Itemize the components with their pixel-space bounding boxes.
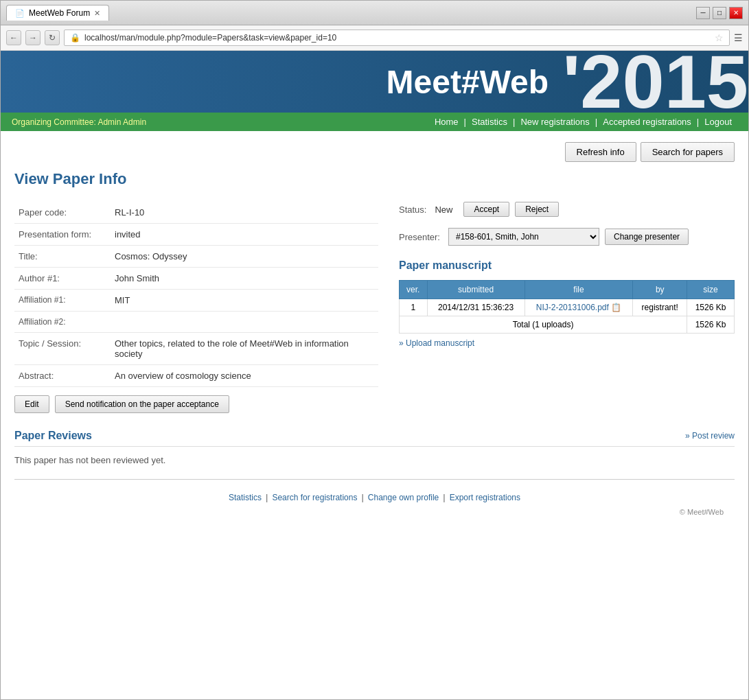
- nav-accepted-registrations[interactable]: Accepted registrations: [597, 117, 697, 127]
- address-bar: ← → ↻ 🔒 localhost/man/module.php?module=…: [1, 25, 748, 51]
- footer-export-registrations-link[interactable]: Export registrations: [446, 493, 525, 502]
- url-bar[interactable]: 🔒 localhost/man/module.php?module=Papers…: [64, 30, 730, 46]
- affiliation1-label: Affiliation #1:: [14, 290, 111, 312]
- col-file: file: [525, 281, 633, 299]
- total-label: Total (1 uploads): [400, 316, 687, 334]
- col-by: by: [633, 281, 687, 299]
- footer-change-profile-link[interactable]: Change own profile: [364, 493, 443, 502]
- affiliation1-value: MIT: [111, 290, 378, 312]
- nav-bar: Organizing Committee: Admin Admin Home |…: [1, 113, 748, 131]
- nav-links: Home | Statistics | New registrations | …: [429, 117, 737, 127]
- copyright: © Meet#Web: [14, 508, 735, 516]
- send-notification-button[interactable]: Send notification on the paper acceptanc…: [55, 395, 229, 413]
- affiliation1-row: Affiliation #1: MIT: [14, 290, 378, 312]
- footer-divider: [14, 479, 735, 480]
- col-ver: ver.: [400, 281, 428, 299]
- browser-menu-icon[interactable]: ☰: [734, 32, 743, 43]
- edit-button[interactable]: Edit: [14, 395, 49, 413]
- presentation-form-row: Presentation form: invited: [14, 224, 378, 246]
- url-text: localhost/man/module.php?module=Papers&t…: [84, 33, 711, 43]
- reject-button[interactable]: Reject: [515, 202, 559, 217]
- manuscript-data-row: 1 2014/12/31 15:36:23 NIJ-2-20131006.pdf…: [400, 299, 735, 316]
- title-value: Cosmos: Odyssey: [111, 246, 378, 268]
- presenter-row: Presenter: #158-601, Smith, John Change …: [399, 228, 735, 246]
- paper-code-value: RL-I-10: [111, 202, 378, 224]
- maximize-button[interactable]: □: [713, 7, 726, 19]
- minimize-button[interactable]: ─: [696, 7, 710, 19]
- paper-right-panel: Status: New Accept Reject Presenter: #15…: [399, 202, 735, 413]
- nav-statistics[interactable]: Statistics: [466, 117, 513, 127]
- manuscript-size: 1526 Kb: [687, 299, 735, 316]
- status-label: Status:: [399, 205, 426, 215]
- reviews-empty-text: This paper has not been reviewed yet.: [14, 455, 735, 465]
- topic-label: Topic / Session:: [14, 333, 111, 365]
- author1-row: Author #1: John Smith: [14, 268, 378, 290]
- site-title: Meet#Web: [387, 63, 563, 101]
- edit-buttons: Edit Send notification on the paper acce…: [14, 395, 378, 413]
- author1-label: Author #1:: [14, 268, 111, 290]
- search-papers-button[interactable]: Search for papers: [641, 142, 735, 162]
- change-presenter-button[interactable]: Change presenter: [605, 229, 689, 245]
- manuscript-section: Paper manuscript ver. submitted file by …: [399, 259, 735, 348]
- footer-statistics-link[interactable]: Statistics: [224, 493, 266, 502]
- upload-link-container: » Upload manuscript: [399, 338, 735, 348]
- window-controls: ─ □ ✕: [696, 7, 743, 19]
- close-button[interactable]: ✕: [729, 7, 743, 19]
- post-review-link[interactable]: » Post review: [685, 431, 735, 441]
- nav-logout[interactable]: Logout: [699, 117, 737, 127]
- tab-close-button[interactable]: ✕: [94, 9, 100, 18]
- title-row: Title: Cosmos: Odyssey: [14, 246, 378, 268]
- paper-code-row: Paper code: RL-I-10: [14, 202, 378, 224]
- back-button[interactable]: ←: [6, 30, 21, 45]
- file-icon: 📋: [611, 303, 621, 312]
- presenter-label: Presenter:: [399, 232, 440, 242]
- presentation-value: invited: [111, 224, 378, 246]
- status-row: Status: New Accept Reject: [399, 202, 735, 217]
- manuscript-ver: 1: [400, 299, 428, 316]
- main-content: Refresh info Search for papers View Pape…: [1, 131, 748, 543]
- browser-window: 📄 MeetWeb Forum ✕ ─ □ ✕ ← → ↻ 🔒 localhos…: [0, 0, 749, 700]
- abstract-label: Abstract:: [14, 365, 111, 387]
- manuscript-by: registrant!: [633, 299, 687, 316]
- nav-home[interactable]: Home: [429, 117, 464, 127]
- presenter-select[interactable]: #158-601, Smith, John: [448, 228, 599, 246]
- paper-details: Paper code: RL-I-10 Presentation form: i…: [14, 202, 378, 413]
- paper-info-table: Paper code: RL-I-10 Presentation form: i…: [14, 202, 378, 387]
- col-submitted: submitted: [427, 281, 525, 299]
- security-icon: 🔒: [70, 33, 80, 43]
- bookmark-icon[interactable]: ☆: [715, 32, 724, 43]
- organizer-label: Organizing Committee: Admin Admin: [12, 117, 146, 127]
- status-value: New: [435, 205, 452, 215]
- reviews-title: Paper Reviews: [14, 430, 92, 442]
- total-size: 1526 Kb: [687, 316, 735, 334]
- reviews-header: Paper Reviews » Post review: [14, 430, 735, 447]
- info-layout: Paper code: RL-I-10 Presentation form: i…: [14, 202, 735, 413]
- nav-new-registrations[interactable]: New registrations: [515, 117, 595, 127]
- accept-button[interactable]: Accept: [463, 202, 509, 217]
- footer-search-registrations-link[interactable]: Search for registrations: [268, 493, 361, 502]
- forward-button[interactable]: →: [25, 30, 41, 45]
- page-title: View Paper Info: [14, 170, 735, 188]
- title-bar-left: 📄 MeetWeb Forum ✕: [6, 5, 109, 21]
- browser-tab[interactable]: 📄 MeetWeb Forum ✕: [6, 5, 109, 21]
- abstract-value: An overview of cosmology science: [111, 365, 378, 387]
- topic-value: Other topics, related to the role of Mee…: [111, 333, 378, 365]
- topic-row: Topic / Session: Other topics, related t…: [14, 333, 378, 365]
- manuscript-total-row: Total (1 uploads) 1526 Kb: [400, 316, 735, 334]
- manuscript-file[interactable]: NIJ-2-20131006.pdf 📋: [525, 299, 633, 316]
- action-buttons: Refresh info Search for papers: [14, 142, 735, 162]
- affiliation2-row: Affiliation #2:: [14, 312, 378, 333]
- tab-title: MeetWeb Forum: [29, 8, 90, 18]
- reviews-section: Paper Reviews » Post review This paper h…: [14, 430, 735, 465]
- title-label: Title:: [14, 246, 111, 268]
- upload-manuscript-link[interactable]: » Upload manuscript: [399, 338, 474, 348]
- manuscript-table: ver. submitted file by size 1 2014/12/31…: [399, 280, 735, 334]
- reload-button[interactable]: ↻: [45, 30, 60, 45]
- tab-icon: 📄: [15, 9, 25, 18]
- affiliation2-value: [111, 312, 378, 333]
- manuscript-header-row: ver. submitted file by size: [400, 281, 735, 299]
- title-bar: 📄 MeetWeb Forum ✕ ─ □ ✕: [1, 1, 748, 25]
- footer-links: Statistics | Search for registrations | …: [14, 487, 735, 508]
- refresh-info-button[interactable]: Refresh info: [565, 142, 636, 162]
- presentation-label: Presentation form:: [14, 224, 111, 246]
